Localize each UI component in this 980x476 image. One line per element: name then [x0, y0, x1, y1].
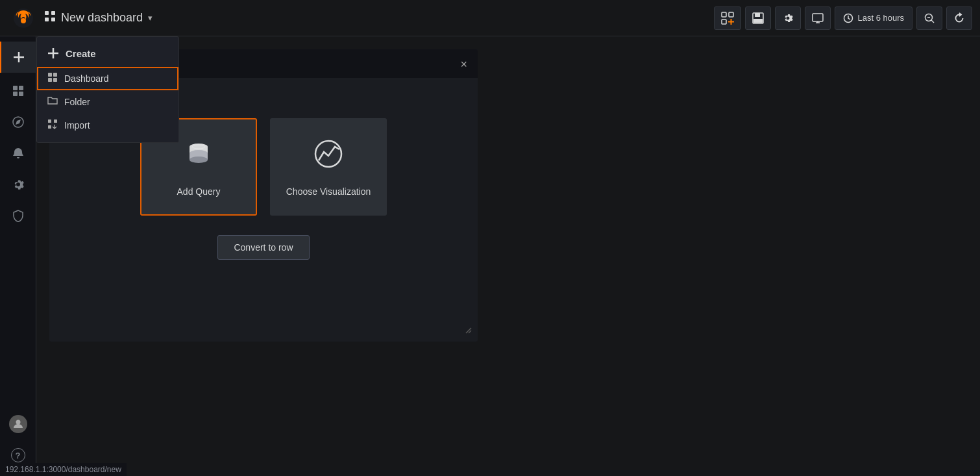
grafana-logo[interactable]	[8, 3, 39, 34]
dropdown-arrow-icon: ▾	[148, 13, 153, 23]
header-left: New dashboard ▾	[8, 3, 714, 34]
tv-mode-button[interactable]	[805, 6, 831, 30]
svg-rect-4	[45, 18, 49, 21]
svg-rect-23	[13, 86, 18, 90]
create-menu-header: Create	[37, 42, 178, 67]
svg-rect-12	[755, 13, 760, 17]
svg-rect-2	[45, 11, 49, 15]
svg-rect-14	[813, 14, 823, 21]
sidebar: ?	[0, 36, 36, 476]
add-panel-button[interactable]	[714, 6, 741, 30]
refresh-button[interactable]	[946, 6, 972, 30]
svg-line-52	[469, 331, 471, 333]
svg-rect-24	[19, 86, 23, 90]
folder-menu-icon	[47, 95, 58, 108]
svg-rect-38	[48, 125, 51, 129]
sidebar-item-create[interactable]	[0, 42, 36, 73]
url-text: 192.168.1.1:3000/dashboard/new	[5, 465, 121, 474]
svg-rect-8	[722, 19, 726, 24]
create-menu-item-import[interactable]: Import	[37, 114, 178, 137]
svg-point-29	[16, 420, 20, 425]
resize-handle[interactable]	[465, 327, 472, 336]
svg-rect-25	[13, 92, 18, 96]
choose-visualization-label: Choose Visualization	[286, 186, 371, 197]
import-menu-icon	[47, 119, 58, 132]
status-bar: 192.168.1.1:3000/dashboard/new	[0, 463, 127, 476]
sidebar-item-explore[interactable]	[0, 106, 36, 138]
svg-rect-32	[48, 73, 52, 77]
svg-rect-35	[53, 78, 57, 82]
svg-rect-34	[48, 78, 52, 82]
create-menu-item-folder[interactable]: Folder	[37, 90, 178, 114]
folder-menu-label: Folder	[64, 97, 90, 107]
svg-line-51	[466, 328, 471, 333]
svg-line-20	[931, 20, 934, 23]
svg-rect-3	[51, 11, 55, 15]
sidebar-item-configuration[interactable]	[0, 169, 36, 200]
add-query-label: Add Query	[177, 186, 221, 197]
sidebar-item-shield[interactable]	[0, 200, 36, 231]
save-button[interactable]	[745, 6, 771, 30]
svg-rect-6	[722, 12, 726, 17]
dashboard-title: New dashboard	[61, 11, 143, 25]
convert-to-row-button[interactable]: Convert to row	[217, 235, 309, 260]
time-label: Last 6 hours	[857, 13, 904, 23]
header-right: Last 6 hours	[714, 6, 972, 30]
grid-icon	[44, 10, 56, 25]
zoom-out-button[interactable]	[916, 6, 942, 30]
svg-rect-36	[48, 119, 51, 123]
svg-rect-26	[19, 92, 23, 96]
svg-rect-7	[729, 12, 733, 17]
add-query-icon	[182, 138, 215, 176]
dashboard-menu-label: Dashboard	[64, 73, 109, 84]
create-dropdown: Create Dashboard Folder	[36, 36, 179, 143]
sidebar-item-profile[interactable]	[0, 408, 36, 440]
choose-visualization-option[interactable]: Choose Visualization	[270, 118, 387, 216]
svg-point-1	[21, 18, 26, 23]
import-menu-label: Import	[64, 120, 90, 131]
dashboard-menu-icon	[47, 72, 58, 85]
choose-visualization-icon	[312, 138, 345, 176]
sidebar-item-alerting[interactable]	[0, 138, 36, 169]
top-header: New dashboard ▾	[0, 0, 980, 36]
create-menu-item-dashboard[interactable]: Dashboard	[37, 67, 178, 90]
main-layout: ? Create Dashboard	[0, 36, 980, 476]
svg-point-48	[190, 157, 208, 163]
svg-point-50	[315, 141, 341, 167]
sidebar-item-dashboards[interactable]	[0, 75, 36, 106]
panel-close-button[interactable]: ×	[460, 58, 467, 70]
svg-marker-28	[16, 119, 21, 125]
create-header-label: Create	[66, 48, 96, 59]
svg-rect-5	[51, 18, 55, 21]
time-range-button[interactable]: Last 6 hours	[835, 6, 913, 30]
svg-rect-33	[53, 73, 57, 77]
svg-rect-13	[753, 19, 763, 23]
settings-button[interactable]	[775, 6, 801, 30]
dashboard-title-area[interactable]: New dashboard ▾	[44, 10, 153, 25]
svg-rect-37	[54, 119, 57, 123]
